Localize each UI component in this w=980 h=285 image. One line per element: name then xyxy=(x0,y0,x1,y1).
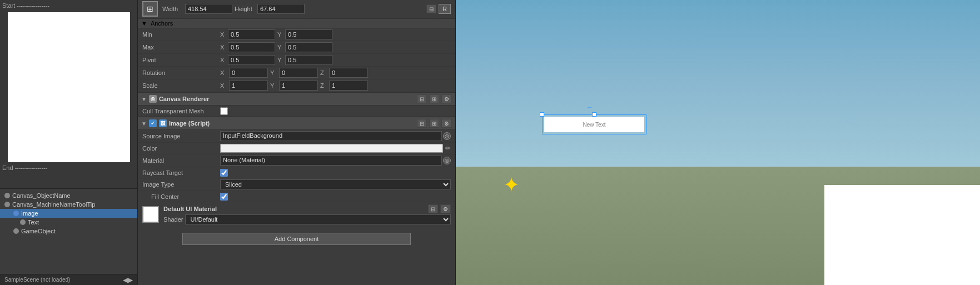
max-label: Max xyxy=(142,44,220,51)
color-value: ✏ xyxy=(220,144,451,153)
end-separator: End ---------------- xyxy=(2,164,135,171)
y-label: Y xyxy=(277,31,284,38)
input-field-text: New Text xyxy=(583,122,606,128)
arrow-left: ↔ xyxy=(586,103,593,111)
width-group: Width xyxy=(162,4,232,14)
scale-values: X Y Z xyxy=(220,81,451,91)
canvas-renderer-tool2[interactable]: ⊞ xyxy=(429,94,439,103)
shader-row: Shader UI/Default xyxy=(163,214,451,224)
scale-y-input[interactable] xyxy=(279,81,318,91)
cull-checkbox[interactable] xyxy=(220,107,228,115)
handle-bm[interactable] xyxy=(592,112,596,117)
source-image-value: InputFieldBackground ◎ xyxy=(220,131,451,141)
image-type-select[interactable]: Sliced xyxy=(220,179,451,189)
y-label: Y xyxy=(277,57,284,63)
canvas-renderer-tool1[interactable]: ⊟ xyxy=(417,94,427,103)
object-icon xyxy=(13,228,19,234)
hierarchy-item-gameobject[interactable]: GameObject xyxy=(0,227,137,236)
rotation-x-input[interactable] xyxy=(229,68,268,78)
hierarchy-item-canvas-objectname[interactable]: Canvas_ObjectName xyxy=(0,191,137,200)
hierarchy-item-text[interactable]: Text xyxy=(0,218,137,227)
left-panel: Start ---------------- End -------------… xyxy=(0,0,138,285)
min-y-input[interactable] xyxy=(285,29,332,39)
object-icon xyxy=(20,219,26,225)
default-material-label: Default UI Material xyxy=(163,206,217,212)
anchor-arrows: ↔ xyxy=(586,103,593,111)
width-label: Width xyxy=(162,6,182,12)
start-separator: Start ---------------- xyxy=(2,2,135,9)
image-script-tool1[interactable]: ⊟ xyxy=(417,119,427,128)
pivot-y-input[interactable] xyxy=(285,55,332,65)
color-label: Color xyxy=(142,145,220,152)
r-button[interactable]: R xyxy=(439,4,451,14)
y-label: Y xyxy=(277,44,284,51)
rect-transform-header: ⊞ Width Height ⊟ R xyxy=(138,0,455,18)
raycast-label: Raycast Target xyxy=(142,169,220,176)
cull-label: Cull Transparent Mesh xyxy=(142,108,220,114)
image-script-header: ▼ ✓ 🖼 Image (Script) ⊟ ⊞ ⚙ xyxy=(138,117,455,130)
shader-select[interactable]: UI/Default xyxy=(185,214,451,224)
canvas-renderer-tool3[interactable]: ⚙ xyxy=(441,94,452,103)
color-picker-icon[interactable]: ✏ xyxy=(445,144,451,152)
scale-z-input[interactable] xyxy=(329,81,368,91)
image-script-icon2: 🖼 xyxy=(159,119,167,127)
scene-white-panel xyxy=(824,185,980,285)
constraints-icon-btn[interactable]: ⊟ xyxy=(426,4,436,13)
source-image-picker[interactable]: ◎ xyxy=(443,132,451,140)
min-x-pair: X xyxy=(220,29,275,39)
sun-icon: ✦ xyxy=(500,174,523,196)
height-label: Height xyxy=(235,6,254,12)
expand-icon[interactable]: ◀▶ xyxy=(123,276,133,284)
pivot-x-input[interactable] xyxy=(228,55,275,65)
canvas-preview-area xyxy=(8,12,130,162)
material-tool2[interactable]: ⚙ xyxy=(440,204,451,213)
object-icon xyxy=(4,202,10,207)
scene-sky xyxy=(456,0,980,167)
status-bar: SampleScene (not loaded) ◀▶ xyxy=(0,274,137,285)
z-label: Z xyxy=(320,69,327,76)
max-x-input[interactable] xyxy=(228,42,275,52)
hierarchy-label: Canvas_MachineNameToolTip xyxy=(12,201,95,208)
width-input[interactable] xyxy=(185,4,232,14)
height-input[interactable] xyxy=(257,4,305,14)
input-field-preview: New Text xyxy=(544,117,644,132)
object-icon xyxy=(4,193,10,198)
anchors-arrow: ▼ xyxy=(141,20,147,27)
max-y-input[interactable] xyxy=(285,42,332,52)
x-label: X xyxy=(220,82,227,89)
material-picker[interactable]: ◎ xyxy=(443,157,451,164)
image-script-tool3[interactable]: ⚙ xyxy=(441,119,452,128)
image-script-icon: ✓ xyxy=(149,119,157,127)
raycast-checkbox[interactable] xyxy=(220,169,228,177)
hierarchy-item-canvas-machinenametooltip[interactable]: Canvas_MachineNameToolTip xyxy=(0,200,137,209)
add-component-button[interactable]: Add Component xyxy=(182,233,411,245)
hierarchy-label: Image xyxy=(21,210,38,217)
material-tool1[interactable]: ⊟ xyxy=(428,204,438,213)
anchors-section-header: ▼ Anchors xyxy=(138,18,455,28)
rotation-z-input[interactable] xyxy=(329,68,368,78)
pivot-x-pair: X xyxy=(220,55,275,65)
min-values: X Y xyxy=(220,29,451,39)
x-label: X xyxy=(220,69,227,76)
canvas-renderer-label: Canvas Renderer xyxy=(159,96,210,102)
rotation-y-input[interactable] xyxy=(279,68,318,78)
min-x-input[interactable] xyxy=(228,29,275,39)
image-type-row: Image Type Sliced xyxy=(138,178,455,191)
rotation-row: Rotation X Y Z xyxy=(138,67,455,79)
fill-center-value xyxy=(220,193,451,201)
image-script-label: Image (Script) xyxy=(169,120,210,127)
image-script-tools: ⊟ ⊞ ⚙ xyxy=(417,119,452,128)
hierarchy-item-image[interactable]: Image xyxy=(0,209,137,218)
pivot-y-pair: Y xyxy=(277,55,332,65)
fill-center-checkbox[interactable] xyxy=(220,193,228,201)
source-image-row: Source Image InputFieldBackground ◎ xyxy=(138,130,455,143)
x-label: X xyxy=(220,31,227,38)
scale-x-input[interactable] xyxy=(229,81,268,91)
color-swatch[interactable] xyxy=(220,144,443,153)
hierarchy-label: Text xyxy=(28,219,39,226)
image-script-tool2[interactable]: ⊞ xyxy=(429,119,439,128)
max-y-pair: Y xyxy=(277,42,332,52)
canvas-renderer-arrow: ▼ xyxy=(141,96,147,102)
handle-br[interactable] xyxy=(540,112,544,117)
height-group: Height xyxy=(235,4,305,14)
